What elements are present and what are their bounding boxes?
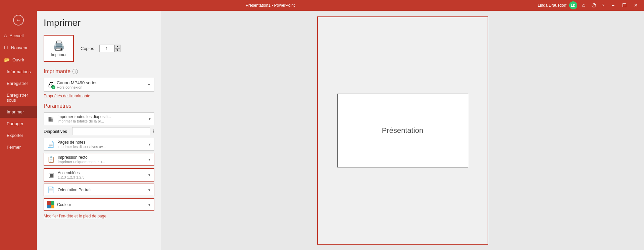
new-icon: ☐ — [4, 45, 8, 50]
app-body: ← ⌂ Accueil ☐ Nouveau 📂 Ouvrir Informati… — [0, 11, 644, 250]
page-title: Imprimer — [44, 17, 154, 28]
sidebar: ← ⌂ Accueil ☐ Nouveau 📂 Ouvrir Informati… — [0, 11, 37, 250]
color-main: Couleur — [57, 202, 145, 207]
notes-layout-text: Pages de notes Imprimer les diapositives… — [57, 140, 145, 149]
notes-layout-dropdown[interactable]: 📄 Pages de notes Imprimer les diapositiv… — [44, 138, 154, 151]
orientation-main: Orientation Portrait — [58, 188, 145, 192]
main-content: Imprimer 🖨️ Imprimer Copies : ▲ ▼ — [37, 11, 644, 250]
sidebar-item-label: Nouveau — [11, 45, 29, 50]
printer-check-icon: ✓ — [51, 85, 55, 89]
print-button-row: 🖨️ Imprimer Copies : ▲ ▼ — [44, 35, 154, 62]
print-range-main: Imprimer toutes les diapositi... — [57, 114, 145, 119]
color-text: Couleur — [57, 202, 145, 207]
titlebar-username: Linda Dräusdorf — [538, 3, 566, 8]
printer-section-header: Imprimante i — [44, 68, 154, 74]
orientation-caret: ▼ — [148, 188, 151, 192]
sidebar-nav: ⌂ Accueil ☐ Nouveau 📂 Ouvrir Information… — [0, 30, 37, 153]
printer-props-link[interactable]: Propriétés de l'imprimante — [44, 94, 154, 98]
titlebar-right: Linda Dräusdorf LD ☺ ☹ ? − ⧠ ✕ — [538, 1, 641, 9]
slides-range-icon: ▦ — [47, 115, 55, 122]
orientation-icon: 📄 — [47, 186, 55, 194]
help-icon[interactable]: ? — [600, 2, 606, 9]
collate-text: Assemblées 1,2,3 1,2,3 1,2,3 — [58, 170, 145, 179]
sides-text: Impression recto Imprimer uniquement sur… — [58, 155, 145, 164]
printer-section-label: Imprimante — [44, 68, 70, 74]
sidebar-item-label: Ouvrir — [12, 57, 24, 62]
sidebar-item-enregistrer[interactable]: Enregistrer — [0, 78, 37, 89]
close-button[interactable]: ✕ — [631, 2, 641, 9]
collate-dropdown[interactable]: ▣ Assemblées 1,2,3 1,2,3 1,2,3 ▼ — [44, 168, 154, 182]
collate-icon: ▣ — [47, 171, 55, 179]
print-range-text: Imprimer toutes les diapositi... Imprime… — [57, 114, 145, 123]
sidebar-item-label: Enregistrer — [7, 81, 28, 86]
notes-icon: 📄 — [47, 141, 55, 148]
print-button-label: Imprimer — [51, 52, 66, 57]
printer-selector[interactable]: 🖨 ✓ Canon MP490 series Hors connexion ▼ — [44, 78, 154, 92]
preview-outer-border: Présentation — [317, 16, 488, 245]
copies-up-button[interactable]: ▲ — [114, 45, 120, 48]
printer-status: Hors connexion — [57, 85, 145, 89]
sidebar-item-label: Fermer — [7, 145, 21, 150]
orientation-dropdown[interactable]: 📄 Orientation Portrait ▼ — [44, 184, 154, 196]
sidebar-item-label: Partager — [7, 121, 23, 126]
print-button[interactable]: 🖨️ Imprimer — [44, 35, 74, 62]
sidebar-item-label: Accueil — [9, 33, 23, 38]
sidebar-item-fermer[interactable]: Fermer — [0, 141, 37, 153]
print-range-dropdown[interactable]: ▦ Imprimer toutes les diapositi... Impri… — [44, 112, 154, 125]
sidebar-item-accueil[interactable]: ⌂ Accueil — [0, 30, 37, 42]
open-icon: 📂 — [4, 57, 10, 62]
sides-sub: Imprimer uniquement sur u... — [58, 160, 118, 164]
sidebar-item-informations[interactable]: Informations — [0, 66, 37, 78]
printer-icon-wrap: 🖨 ✓ — [47, 81, 54, 89]
restore-button[interactable]: ⧠ — [618, 2, 630, 9]
preview-slide-text: Présentation — [382, 126, 424, 135]
sidebar-item-ouvrir[interactable]: 📂 Ouvrir — [0, 54, 37, 66]
titlebar-title: Présentation1 - PowerPoint — [3, 3, 538, 8]
preview-slide: Présentation — [337, 94, 468, 167]
notes-layout-caret: ▼ — [148, 143, 151, 146]
copies-spinners: ▲ ▼ — [114, 45, 120, 52]
collate-sub: 1,2,3 1,2,3 1,2,3 — [58, 175, 118, 179]
copies-down-button[interactable]: ▼ — [114, 48, 120, 52]
titlebar: Présentation1 - PowerPoint Linda Dräusdo… — [0, 0, 644, 11]
preview-area: Présentation — [161, 11, 644, 250]
back-circle-icon[interactable]: ← — [13, 15, 24, 26]
color-caret: ▼ — [148, 203, 151, 207]
copies-spinner[interactable]: ▲ ▼ — [99, 45, 120, 52]
orientation-text: Orientation Portrait — [58, 188, 145, 192]
color-dropdown[interactable]: Couleur ▼ — [44, 198, 154, 211]
notes-layout-main: Pages de notes — [57, 140, 145, 145]
sides-dropdown[interactable]: 📋 Impression recto Imprimer uniquement s… — [44, 153, 154, 166]
print-panel: Imprimer 🖨️ Imprimer Copies : ▲ ▼ — [37, 11, 161, 250]
notes-layout-sub: Imprimer les diapositives av... — [57, 145, 118, 149]
collate-main: Assemblées — [58, 170, 145, 175]
print-range-sub: Imprimer la totalité de la pr... — [57, 119, 118, 123]
smiley-icon[interactable]: ☺ — [580, 2, 587, 9]
printer-dropdown-arrow: ▼ — [147, 83, 151, 87]
sidebar-item-label: Enregistrer sous — [7, 93, 33, 103]
sidebar-item-imprimer[interactable]: Imprimer — [0, 106, 37, 118]
params-section-label: Paramètres — [44, 103, 71, 109]
copies-label: Copies : — [81, 46, 97, 51]
sidebar-back[interactable]: ← — [0, 11, 37, 30]
printer-info: Canon MP490 series Hors connexion — [57, 80, 145, 89]
diapositives-input[interactable] — [72, 127, 150, 135]
copies-row: Copies : ▲ ▼ — [81, 45, 120, 52]
sidebar-item-partager[interactable]: Partager — [0, 118, 37, 130]
sidebar-item-exporter[interactable]: Exporter — [0, 130, 37, 141]
copies-input[interactable] — [99, 45, 114, 52]
diapositives-row: Diapositives : ℹ — [44, 127, 154, 135]
params-section-header: Paramètres — [44, 103, 154, 109]
diapositives-info-icon[interactable]: ℹ — [153, 129, 154, 134]
printer-name: Canon MP490 series — [57, 80, 145, 85]
printer-info-icon[interactable]: i — [72, 69, 78, 74]
sidebar-item-enregistrer-sous[interactable]: Enregistrer sous — [0, 89, 37, 106]
color-icon — [47, 201, 54, 208]
sides-caret: ▼ — [148, 158, 151, 161]
user-avatar[interactable]: LD — [569, 1, 577, 9]
sad-icon[interactable]: ☹ — [590, 2, 598, 9]
sidebar-item-nouveau[interactable]: ☐ Nouveau — [0, 42, 37, 54]
minimize-button[interactable]: − — [608, 2, 618, 9]
header-footer-link[interactable]: Modifier l'en-tête et le pied de page — [44, 214, 154, 218]
collate-caret: ▼ — [148, 173, 151, 177]
